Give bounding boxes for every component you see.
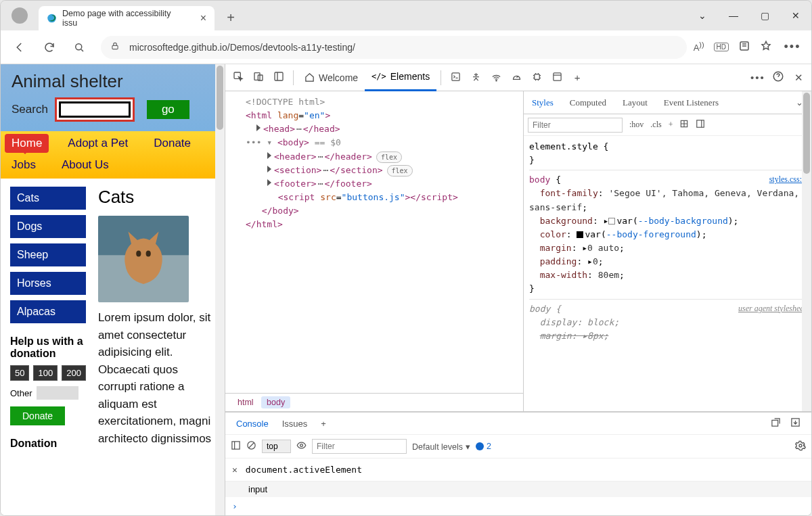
drawer-tab-issues[interactable]: Issues	[275, 419, 315, 429]
go-button[interactable]: go	[147, 100, 189, 119]
console-sidebar-icon[interactable]	[231, 440, 241, 452]
new-rule-icon[interactable]: +	[669, 120, 673, 130]
devtools-help-icon[interactable]	[768, 70, 788, 85]
devtools-more-icon[interactable]: •••	[748, 72, 768, 83]
console-icon[interactable]	[445, 72, 466, 84]
styles-tab-computed[interactable]: Computed	[562, 91, 614, 114]
side-cats[interactable]: Cats	[10, 187, 86, 210]
crumb-html[interactable]: html	[232, 396, 259, 408]
crumb-body[interactable]: body	[261, 396, 290, 408]
profile-avatar[interactable]	[12, 7, 28, 24]
svg-rect-12	[534, 74, 539, 79]
back-button[interactable]	[5, 32, 35, 62]
close-window-button[interactable]: ✕	[780, 1, 811, 30]
donate-button[interactable]: Donate	[10, 406, 65, 425]
search-input[interactable]	[59, 101, 131, 118]
application-icon[interactable]	[547, 72, 567, 84]
tab-elements[interactable]: </>Elements	[365, 64, 436, 91]
caret-down-icon[interactable]: ⌄	[687, 1, 718, 30]
hd-icon[interactable]: HD	[714, 43, 729, 51]
sources-icon[interactable]	[466, 72, 486, 84]
new-tab-button[interactable]: +	[221, 8, 240, 27]
network-icon[interactable]	[486, 72, 506, 84]
lock-icon	[110, 41, 120, 53]
side-dogs[interactable]: Dogs	[10, 215, 86, 238]
amount-50[interactable]: 50	[10, 365, 29, 381]
svg-rect-13	[554, 72, 561, 80]
devtools-close-icon[interactable]: ✕	[788, 72, 809, 84]
flex-editor-icon[interactable]	[679, 119, 689, 131]
tab-close-icon[interactable]: ×	[200, 12, 206, 24]
hov-toggle[interactable]: :hov	[629, 120, 644, 130]
read-aloud-icon[interactable]: A))	[694, 41, 704, 53]
styles-tab-layout[interactable]: Layout	[614, 91, 656, 114]
svg-rect-16	[697, 120, 704, 127]
more-tabs-icon[interactable]: +	[567, 72, 587, 83]
nav-adopt[interactable]: Adopt a Pet	[61, 134, 135, 153]
nav-donate[interactable]: Donate	[147, 134, 198, 153]
side-horses[interactable]: Horses	[10, 272, 86, 295]
amount-200[interactable]: 200	[62, 365, 86, 381]
expression-text[interactable]: document.activeElement	[246, 465, 362, 475]
amount-100[interactable]: 100	[33, 365, 58, 381]
page-scrollbar[interactable]	[215, 64, 225, 515]
styles-scrollbar[interactable]	[802, 91, 811, 411]
svg-point-21	[300, 444, 303, 447]
content-heading: Cats	[98, 187, 219, 208]
computed-toggle-icon[interactable]	[696, 119, 705, 131]
styles-tab-event[interactable]: Event Listeners	[656, 91, 727, 114]
more-menu-button[interactable]: •••	[777, 32, 807, 62]
browser-tab[interactable]: Demo page with accessibility issu ×	[39, 6, 215, 30]
inspect-icon[interactable]	[228, 71, 248, 84]
issues-badge[interactable]: 2	[476, 442, 491, 451]
page-title: Animal shelter	[12, 71, 214, 92]
drawer-popout-icon[interactable]	[771, 417, 781, 429]
drawer-tab-console[interactable]: Console	[229, 419, 275, 429]
nav-about[interactable]: About Us	[55, 156, 116, 174]
side-alpacas[interactable]: Alpacas	[10, 300, 86, 323]
svg-rect-7	[254, 73, 260, 80]
console-context-select[interactable]: top	[262, 440, 291, 453]
devtools-toolbar: Welcome </>Elements + ••• ✕	[225, 64, 811, 91]
clear-console-icon[interactable]	[246, 440, 256, 452]
styles-filter-input[interactable]	[528, 118, 623, 133]
console-settings-icon[interactable]	[795, 440, 806, 453]
cls-toggle[interactable]: .cls	[650, 120, 661, 130]
other-amount-input[interactable]	[37, 386, 78, 400]
search-button[interactable]	[64, 32, 94, 62]
tab-title: Demo page with accessibility issu	[62, 9, 181, 28]
memory-icon[interactable]	[526, 72, 547, 84]
favorite-icon[interactable]	[760, 40, 772, 54]
styles-panel: Styles Computed Layout Event Listeners ⌄…	[524, 91, 811, 411]
dock-icon[interactable]	[269, 71, 289, 84]
log-levels-select[interactable]: Default levels	[412, 442, 470, 452]
svg-point-1	[76, 43, 82, 49]
elements-panel: <!DOCTYPE html> <html lang="en"> <head>⋯…	[225, 91, 524, 411]
performance-icon[interactable]	[506, 72, 526, 84]
reader-icon[interactable]	[738, 40, 750, 54]
page-viewport: Animal shelter Search go Home Adopt a Pe…	[1, 64, 225, 515]
nav-jobs[interactable]: Jobs	[5, 156, 43, 174]
minimize-button[interactable]: —	[718, 1, 749, 30]
device-toggle-icon[interactable]	[248, 71, 269, 84]
url-field[interactable]: microsoftedge.github.io/Demos/devtools-a…	[101, 36, 687, 59]
console-drawer: Console Issues + top Default levels 2	[225, 411, 811, 515]
drawer-add-tab[interactable]: +	[314, 419, 333, 429]
maximize-button[interactable]: ▢	[749, 1, 780, 30]
donation-heading: Donation	[10, 438, 86, 450]
styles-tab-styles[interactable]: Styles	[524, 91, 562, 114]
side-sheep[interactable]: Sheep	[10, 243, 86, 266]
remove-expression-icon[interactable]: ✕	[232, 465, 238, 475]
dom-tree[interactable]: <!DOCTYPE html> <html lang="en"> <head>⋯…	[225, 91, 523, 393]
drawer-collapse-icon[interactable]	[790, 417, 800, 429]
console-prompt[interactable]: ›	[225, 497, 811, 515]
source-link[interactable]: styles.css:1	[769, 173, 806, 186]
live-expression-icon[interactable]	[296, 440, 307, 452]
nav-home[interactable]: Home	[5, 134, 49, 153]
refresh-button[interactable]	[35, 32, 64, 62]
expression-result: input	[248, 484, 267, 494]
tab-welcome[interactable]: Welcome	[298, 64, 365, 91]
svg-point-4	[136, 250, 141, 256]
style-rules[interactable]: element.style { } styles.css:1body { fon…	[524, 136, 811, 411]
console-filter-input[interactable]	[312, 439, 407, 454]
